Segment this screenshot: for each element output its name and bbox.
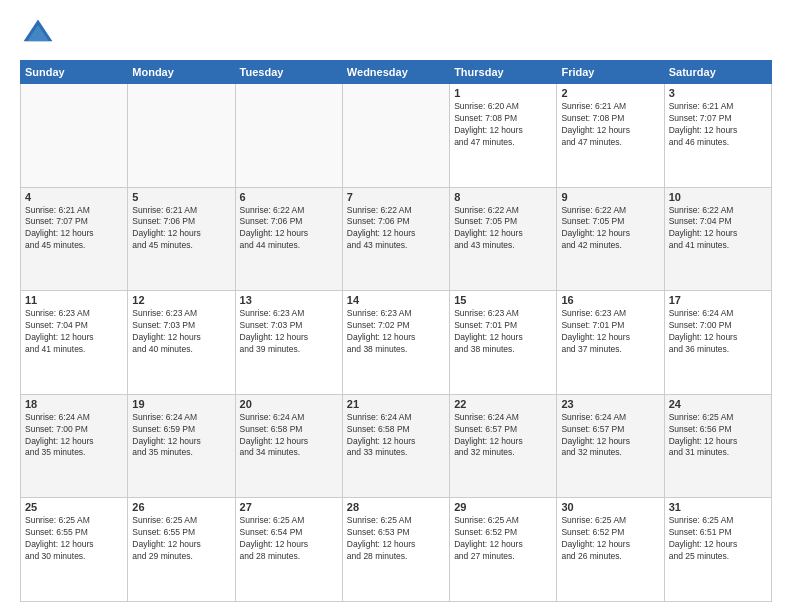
calendar-cell: 4Sunrise: 6:21 AM Sunset: 7:07 PM Daylig…: [21, 187, 128, 291]
logo-icon: [20, 16, 56, 52]
day-number: 14: [347, 294, 445, 306]
day-number: 23: [561, 398, 659, 410]
calendar-cell: 9Sunrise: 6:22 AM Sunset: 7:05 PM Daylig…: [557, 187, 664, 291]
dow-header-sunday: Sunday: [21, 61, 128, 84]
day-number: 21: [347, 398, 445, 410]
calendar-cell: [235, 84, 342, 188]
page: SundayMondayTuesdayWednesdayThursdayFrid…: [0, 0, 792, 612]
day-number: 6: [240, 191, 338, 203]
calendar-cell: 22Sunrise: 6:24 AM Sunset: 6:57 PM Dayli…: [450, 394, 557, 498]
day-number: 16: [561, 294, 659, 306]
day-info: Sunrise: 6:24 AM Sunset: 6:57 PM Dayligh…: [561, 412, 659, 460]
day-info: Sunrise: 6:22 AM Sunset: 7:06 PM Dayligh…: [347, 205, 445, 253]
day-number: 2: [561, 87, 659, 99]
calendar-cell: 19Sunrise: 6:24 AM Sunset: 6:59 PM Dayli…: [128, 394, 235, 498]
calendar-cell: 11Sunrise: 6:23 AM Sunset: 7:04 PM Dayli…: [21, 291, 128, 395]
day-info: Sunrise: 6:25 AM Sunset: 6:53 PM Dayligh…: [347, 515, 445, 563]
day-number: 7: [347, 191, 445, 203]
dow-header-monday: Monday: [128, 61, 235, 84]
calendar-cell: [21, 84, 128, 188]
day-info: Sunrise: 6:22 AM Sunset: 7:06 PM Dayligh…: [240, 205, 338, 253]
calendar-cell: 1Sunrise: 6:20 AM Sunset: 7:08 PM Daylig…: [450, 84, 557, 188]
day-info: Sunrise: 6:21 AM Sunset: 7:07 PM Dayligh…: [25, 205, 123, 253]
calendar-cell: [128, 84, 235, 188]
dow-header-saturday: Saturday: [664, 61, 771, 84]
day-info: Sunrise: 6:24 AM Sunset: 6:58 PM Dayligh…: [347, 412, 445, 460]
day-info: Sunrise: 6:25 AM Sunset: 6:52 PM Dayligh…: [454, 515, 552, 563]
calendar-cell: 16Sunrise: 6:23 AM Sunset: 7:01 PM Dayli…: [557, 291, 664, 395]
day-number: 19: [132, 398, 230, 410]
day-number: 31: [669, 501, 767, 513]
day-info: Sunrise: 6:22 AM Sunset: 7:05 PM Dayligh…: [454, 205, 552, 253]
dow-header-wednesday: Wednesday: [342, 61, 449, 84]
day-number: 13: [240, 294, 338, 306]
day-info: Sunrise: 6:25 AM Sunset: 6:55 PM Dayligh…: [132, 515, 230, 563]
day-info: Sunrise: 6:23 AM Sunset: 7:01 PM Dayligh…: [561, 308, 659, 356]
day-info: Sunrise: 6:25 AM Sunset: 6:56 PM Dayligh…: [669, 412, 767, 460]
day-info: Sunrise: 6:23 AM Sunset: 7:03 PM Dayligh…: [240, 308, 338, 356]
day-number: 28: [347, 501, 445, 513]
calendar-cell: 26Sunrise: 6:25 AM Sunset: 6:55 PM Dayli…: [128, 498, 235, 602]
calendar-cell: 7Sunrise: 6:22 AM Sunset: 7:06 PM Daylig…: [342, 187, 449, 291]
day-info: Sunrise: 6:25 AM Sunset: 6:55 PM Dayligh…: [25, 515, 123, 563]
day-info: Sunrise: 6:23 AM Sunset: 7:04 PM Dayligh…: [25, 308, 123, 356]
calendar-cell: 6Sunrise: 6:22 AM Sunset: 7:06 PM Daylig…: [235, 187, 342, 291]
day-info: Sunrise: 6:24 AM Sunset: 6:59 PM Dayligh…: [132, 412, 230, 460]
calendar-cell: 18Sunrise: 6:24 AM Sunset: 7:00 PM Dayli…: [21, 394, 128, 498]
day-number: 15: [454, 294, 552, 306]
day-number: 26: [132, 501, 230, 513]
calendar-cell: 27Sunrise: 6:25 AM Sunset: 6:54 PM Dayli…: [235, 498, 342, 602]
calendar-cell: 3Sunrise: 6:21 AM Sunset: 7:07 PM Daylig…: [664, 84, 771, 188]
day-info: Sunrise: 6:23 AM Sunset: 7:02 PM Dayligh…: [347, 308, 445, 356]
logo: [20, 16, 60, 52]
day-info: Sunrise: 6:23 AM Sunset: 7:01 PM Dayligh…: [454, 308, 552, 356]
day-number: 18: [25, 398, 123, 410]
day-info: Sunrise: 6:24 AM Sunset: 7:00 PM Dayligh…: [25, 412, 123, 460]
calendar-cell: 24Sunrise: 6:25 AM Sunset: 6:56 PM Dayli…: [664, 394, 771, 498]
calendar-cell: 28Sunrise: 6:25 AM Sunset: 6:53 PM Dayli…: [342, 498, 449, 602]
day-info: Sunrise: 6:21 AM Sunset: 7:08 PM Dayligh…: [561, 101, 659, 149]
day-number: 25: [25, 501, 123, 513]
day-info: Sunrise: 6:24 AM Sunset: 6:57 PM Dayligh…: [454, 412, 552, 460]
calendar-cell: 10Sunrise: 6:22 AM Sunset: 7:04 PM Dayli…: [664, 187, 771, 291]
calendar-cell: 17Sunrise: 6:24 AM Sunset: 7:00 PM Dayli…: [664, 291, 771, 395]
day-number: 5: [132, 191, 230, 203]
calendar-cell: 31Sunrise: 6:25 AM Sunset: 6:51 PM Dayli…: [664, 498, 771, 602]
calendar-cell: 14Sunrise: 6:23 AM Sunset: 7:02 PM Dayli…: [342, 291, 449, 395]
day-info: Sunrise: 6:21 AM Sunset: 7:07 PM Dayligh…: [669, 101, 767, 149]
calendar-cell: 8Sunrise: 6:22 AM Sunset: 7:05 PM Daylig…: [450, 187, 557, 291]
calendar-cell: 21Sunrise: 6:24 AM Sunset: 6:58 PM Dayli…: [342, 394, 449, 498]
calendar-cell: 12Sunrise: 6:23 AM Sunset: 7:03 PM Dayli…: [128, 291, 235, 395]
day-number: 3: [669, 87, 767, 99]
day-number: 22: [454, 398, 552, 410]
day-number: 12: [132, 294, 230, 306]
calendar-cell: 23Sunrise: 6:24 AM Sunset: 6:57 PM Dayli…: [557, 394, 664, 498]
day-number: 24: [669, 398, 767, 410]
day-info: Sunrise: 6:24 AM Sunset: 7:00 PM Dayligh…: [669, 308, 767, 356]
day-number: 20: [240, 398, 338, 410]
day-number: 4: [25, 191, 123, 203]
calendar-cell: 30Sunrise: 6:25 AM Sunset: 6:52 PM Dayli…: [557, 498, 664, 602]
day-number: 9: [561, 191, 659, 203]
day-number: 11: [25, 294, 123, 306]
day-info: Sunrise: 6:22 AM Sunset: 7:04 PM Dayligh…: [669, 205, 767, 253]
calendar-cell: 25Sunrise: 6:25 AM Sunset: 6:55 PM Dayli…: [21, 498, 128, 602]
calendar-cell: 5Sunrise: 6:21 AM Sunset: 7:06 PM Daylig…: [128, 187, 235, 291]
day-info: Sunrise: 6:25 AM Sunset: 6:54 PM Dayligh…: [240, 515, 338, 563]
day-number: 17: [669, 294, 767, 306]
header: [20, 16, 772, 52]
day-info: Sunrise: 6:25 AM Sunset: 6:52 PM Dayligh…: [561, 515, 659, 563]
dow-header-tuesday: Tuesday: [235, 61, 342, 84]
calendar-cell: 20Sunrise: 6:24 AM Sunset: 6:58 PM Dayli…: [235, 394, 342, 498]
day-number: 10: [669, 191, 767, 203]
calendar-cell: [342, 84, 449, 188]
day-info: Sunrise: 6:21 AM Sunset: 7:06 PM Dayligh…: [132, 205, 230, 253]
day-number: 29: [454, 501, 552, 513]
dow-header-thursday: Thursday: [450, 61, 557, 84]
day-number: 8: [454, 191, 552, 203]
day-number: 27: [240, 501, 338, 513]
day-info: Sunrise: 6:25 AM Sunset: 6:51 PM Dayligh…: [669, 515, 767, 563]
day-info: Sunrise: 6:24 AM Sunset: 6:58 PM Dayligh…: [240, 412, 338, 460]
calendar-cell: 29Sunrise: 6:25 AM Sunset: 6:52 PM Dayli…: [450, 498, 557, 602]
calendar-cell: 13Sunrise: 6:23 AM Sunset: 7:03 PM Dayli…: [235, 291, 342, 395]
